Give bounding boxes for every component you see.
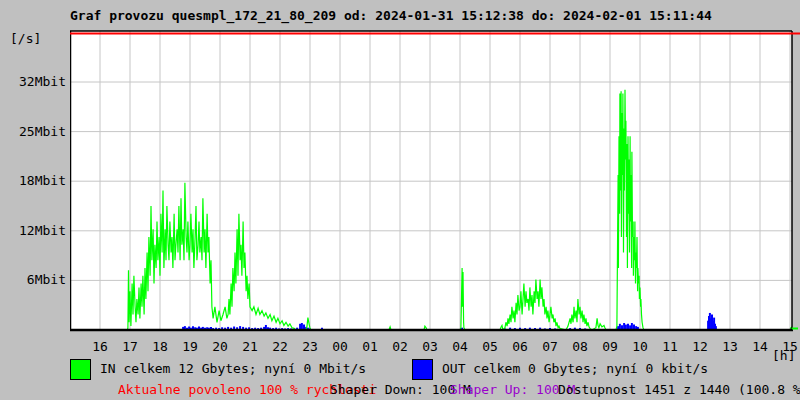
x-axis-label: 17 [122, 340, 138, 354]
shaper-up-status: Shaper Up: 100 M [450, 383, 575, 397]
y-axis-label: 32Mbit [0, 75, 66, 89]
y-axis-label: 18Mbit [0, 174, 66, 188]
y-axis-label: 25Mbit [0, 125, 66, 139]
x-unit-label: [h] [772, 349, 795, 363]
x-axis-label: 05 [482, 340, 498, 354]
x-axis-label: 19 [182, 340, 198, 354]
x-axis-label: 11 [662, 340, 678, 354]
in-legend-swatch [70, 359, 91, 380]
x-axis-label: 01 [362, 340, 378, 354]
x-axis-label: 23 [302, 340, 318, 354]
x-axis-label: 00 [332, 340, 348, 354]
x-axis-label: 10 [632, 340, 648, 354]
x-axis-label: 03 [422, 340, 438, 354]
x-axis-label: 04 [452, 340, 468, 354]
x-axis-label: 02 [392, 340, 408, 354]
x-axis-label: 22 [272, 340, 288, 354]
y-axis-label: 12Mbit [0, 224, 66, 238]
x-axis-label: 06 [512, 340, 528, 354]
x-axis-label: 09 [602, 340, 618, 354]
x-axis-label: 13 [722, 340, 738, 354]
x-axis-label: 08 [572, 340, 588, 354]
traffic-plot [70, 30, 800, 332]
page-title: Graf provozu quesmpl_172_21_80_209 od: 2… [70, 9, 712, 23]
y-axis-label: 6Mbit [0, 273, 66, 287]
x-axis-label: 12 [692, 340, 708, 354]
x-axis-label: 07 [542, 340, 558, 354]
x-axis-label: 16 [92, 340, 108, 354]
x-axis-label: 18 [152, 340, 168, 354]
availability-status: Dostupnost 1451 z 1440 (100.8 %) [558, 383, 800, 397]
plot-background [70, 31, 792, 330]
y-unit-label: [/s] [10, 32, 41, 46]
x-axis-label: 20 [212, 340, 228, 354]
out-legend-label: OUT celkem 0 Gbytes; nyní 0 kbit/s [442, 362, 708, 376]
x-axis-label: 21 [242, 340, 258, 354]
x-axis-label: 14 [752, 340, 768, 354]
in-legend-label: IN celkem 12 Gbytes; nyní 0 Mbit/s [100, 362, 366, 376]
traffic-graph-window: Graf provozu quesmpl_172_21_80_209 od: 2… [0, 0, 800, 400]
out-legend-swatch [412, 359, 433, 380]
